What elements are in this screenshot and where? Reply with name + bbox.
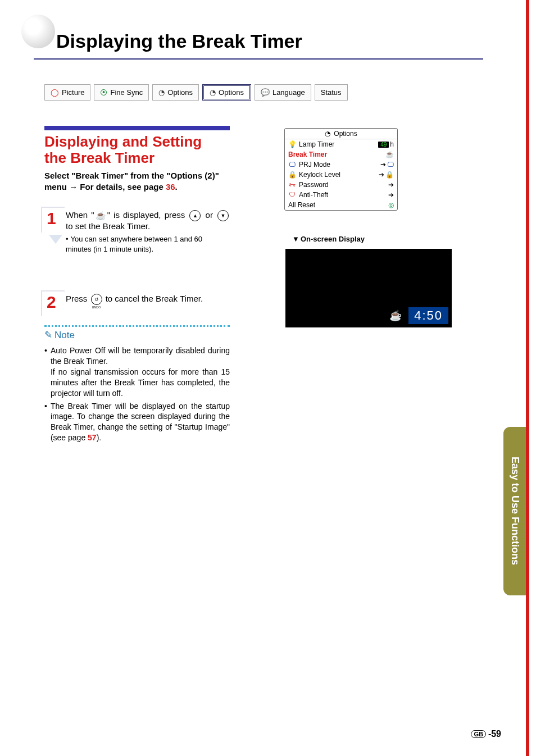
undo-button-icon: ↺ [91, 294, 102, 305]
side-bar: Easy to Use Functions [509, 0, 529, 756]
tab-picture[interactable]: ◯ Picture [44, 84, 90, 101]
projector-icon: 🖵 [288, 161, 296, 168]
option-row-lamp-timer[interactable]: 💡Lamp Timer 49 h [285, 139, 397, 149]
projector-icon: 🖵 [387, 161, 394, 168]
option-label: Password [299, 181, 329, 189]
page-title: Displaying the Break Timer [56, 30, 302, 52]
options-icon: ◔ [210, 88, 216, 97]
lock-icon: 🔒 [385, 171, 394, 179]
coffee-cup-icon: ☕ [385, 151, 394, 158]
note-heading: ✎ Note [44, 329, 230, 341]
red-gutter [526, 0, 529, 756]
lamp-hours-value: 49 [378, 142, 389, 148]
option-label: Keylock Level [299, 171, 340, 179]
step-1-note: •You can set anywhere between 1 and 60 m… [66, 234, 230, 254]
arrow-up-button-icon: ▲ [189, 210, 201, 221]
side-section-tab: Easy to Use Functions [503, 427, 526, 595]
tab-options-2-selected[interactable]: ◔ Options [202, 84, 251, 101]
tab-label: Options [219, 88, 244, 97]
tab-label: Status [321, 88, 342, 97]
osd-heading: ▼On-screen Display [292, 235, 365, 243]
section-bar [44, 126, 230, 130]
option-label: PRJ Mode [299, 161, 330, 168]
option-label: Break Timer [288, 151, 327, 158]
corner-gradient [21, 15, 55, 48]
lock-icon: 🔒 [288, 171, 296, 179]
arrow-right-icon: ➔ [380, 161, 386, 168]
section-lead: Select "Break Timer" from the "Options (… [44, 170, 230, 193]
option-label: Anti-Theft [299, 191, 328, 199]
note-pen-icon: ✎ [44, 329, 52, 341]
option-row-break-timer[interactable]: Break Timer ☕ [285, 149, 397, 160]
title-underline [34, 58, 483, 60]
tab-status[interactable]: Status [315, 84, 348, 101]
note-item: The Break Timer will be displayed on the… [51, 401, 230, 444]
options-panel-title: ◔ Options [285, 129, 397, 139]
language-icon: 💬 [261, 88, 270, 97]
note-separator [44, 325, 230, 327]
key-icon: 🗝 [288, 181, 296, 189]
step-badge-arrow [49, 235, 62, 244]
osd-timer-readout: ☕ 4:50 [387, 307, 448, 324]
picture-icon: ◯ [51, 88, 59, 97]
options-icon: ◔ [325, 130, 330, 138]
arrow-right-icon: ➔ [379, 171, 384, 179]
option-row-all-reset[interactable]: All Reset ◎ [285, 200, 397, 210]
step-num: 2 [47, 293, 56, 312]
tab-label: Language [272, 88, 305, 97]
osd-time-value: 4:50 [408, 307, 448, 324]
tab-options-1[interactable]: ◔ Options [152, 84, 199, 101]
options-icon: ◔ [158, 88, 165, 97]
shield-icon: 🛡 [288, 191, 296, 199]
fine-sync-icon: ⦿ [100, 88, 107, 97]
option-row-keylock[interactable]: 🔒Keylock Level ➔🔒 [285, 170, 397, 180]
note-list: •Auto Power Off will be temporarily disa… [44, 345, 230, 443]
tab-label: Fine Sync [110, 88, 143, 97]
page-number-prefix: GB [471, 730, 486, 738]
option-label: All Reset [288, 201, 315, 209]
options-panel: ◔ Options 💡Lamp Timer 49 h Break Timer ☕… [284, 128, 398, 211]
tab-language[interactable]: 💬 Language [255, 84, 311, 101]
note-item: Auto Power Off will be temporarily disab… [51, 345, 230, 398]
coffee-cup-icon: ☕ [96, 211, 106, 221]
coffee-cup-icon: ☕ [387, 308, 404, 323]
section-heading: Displaying and Setting the Break Timer [44, 134, 230, 166]
reset-icon: ◎ [388, 201, 394, 209]
page-ref-36[interactable]: 36 [166, 182, 175, 192]
option-label: Lamp Timer [299, 140, 334, 148]
lamp-icon: 💡 [288, 140, 296, 148]
option-row-anti-theft[interactable]: 🛡Anti-Theft ➔ [285, 190, 397, 200]
step-num: 1 [47, 209, 56, 228]
tab-fine-sync[interactable]: ⦿ Fine Sync [94, 84, 149, 101]
osd-preview: ☕ 4:50 [285, 249, 452, 327]
arrow-down-button-icon: ▼ [217, 210, 229, 221]
option-row-password[interactable]: 🗝Password ➔ [285, 180, 397, 190]
arrow-right-icon: ➔ [388, 181, 394, 189]
triangle-down-icon: ▼ [292, 235, 299, 243]
step-2: 2 Press ↺ to cancel the Break Timer. [44, 294, 230, 305]
page-number: GB-59 [471, 729, 501, 739]
tab-label: Options [167, 88, 193, 97]
arrow-right-icon: ➔ [388, 191, 394, 199]
option-row-prj-mode[interactable]: 🖵PRJ Mode ➔🖵 [285, 160, 397, 170]
menu-tabs: ◯ Picture ⦿ Fine Sync ◔ Options ◔ Option… [44, 84, 348, 101]
step-1: 1 When "☕" is displayed, press ▲ or ▼ to… [44, 210, 230, 254]
tab-label: Picture [62, 88, 84, 97]
page-ref-57[interactable]: 57 [88, 433, 97, 442]
